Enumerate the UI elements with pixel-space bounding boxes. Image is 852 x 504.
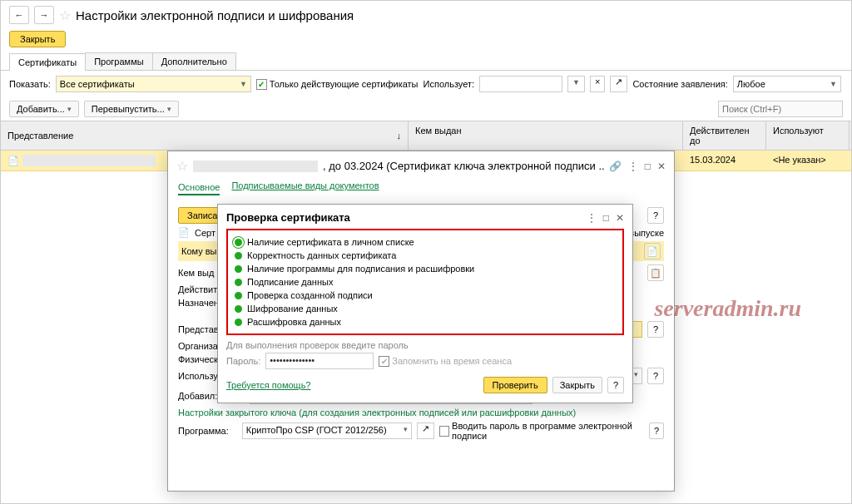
show-label: Показать: (9, 79, 51, 89)
uses-clear-button[interactable]: × (590, 76, 605, 92)
nav-forward-button[interactable]: → (34, 6, 54, 24)
tab-doc-types[interactable]: Подписываемые виды документов (231, 180, 379, 195)
uses-input[interactable] (479, 76, 562, 92)
more-icon[interactable]: ⋮ (628, 161, 638, 172)
favorite-star-icon[interactable]: ☆ (59, 7, 71, 23)
uses-dropdown-button[interactable]: ▼ (567, 76, 585, 92)
table-header: Представление↓ Кем выдан Действителен до… (1, 121, 851, 151)
check-dot-icon (235, 239, 242, 246)
nav-back-button[interactable]: ← (9, 6, 29, 24)
check-dot-icon (235, 292, 242, 299)
check-list: Наличие сертификата в личном списке Корр… (226, 229, 624, 335)
check-maximize-icon[interactable]: □ (603, 212, 609, 224)
watermark: serveradmin.ru (654, 295, 801, 322)
maximize-icon[interactable]: □ (645, 161, 651, 172)
issuer-action[interactable]: 📋 (647, 264, 664, 281)
check-close-icon[interactable]: ✕ (616, 212, 624, 224)
use-help[interactable]: ? (647, 368, 664, 384)
help-link[interactable]: Требуется помощь? (226, 380, 310, 390)
link-icon[interactable]: 🔗 (609, 161, 622, 172)
cert-icon: 📄 (7, 156, 19, 166)
close-button[interactable]: Закрыть (9, 31, 66, 47)
show-select[interactable]: Все сертификаты▼ (56, 76, 251, 92)
check-button[interactable]: Проверить (483, 377, 547, 393)
tab-additional[interactable]: Дополнительно (152, 52, 236, 70)
check-dialog-title: Проверка сертификата (226, 211, 350, 224)
check-more-icon[interactable]: ⋮ (587, 212, 597, 224)
check-certificate-dialog: Проверка сертификата ⋮ □ ✕ Наличие серти… (217, 204, 633, 403)
check-dot-icon (235, 252, 242, 259)
uses-label: Использует: (424, 79, 475, 89)
check-close-button[interactable]: Закрыть (552, 377, 602, 393)
enter-pwd-checkbox[interactable]: ✔ Вводить пароль в программе электронной… (439, 421, 644, 441)
uses-open-button[interactable]: ↗ (610, 76, 627, 92)
help-icon[interactable]: ? (647, 207, 664, 224)
state-label: Состояние заявления: (632, 79, 727, 89)
pwd-help[interactable]: ? (649, 422, 664, 439)
check-dot-icon (235, 319, 242, 326)
tab-main[interactable]: Основное (178, 180, 220, 195)
password-input[interactable]: •••••••••••••• (265, 353, 374, 369)
repr-help[interactable]: ? (647, 321, 664, 338)
page-title: Настройки электронной подписи и шифрован… (76, 8, 354, 22)
close-icon[interactable]: ✕ (657, 161, 666, 172)
valid-only-checkbox[interactable]: ✔ Только действующие сертификаты (256, 79, 419, 90)
dialog-star-icon[interactable]: ☆ (176, 158, 188, 174)
cert-icon: 📄 (178, 227, 190, 238)
footer-help-icon[interactable]: ? (607, 377, 624, 393)
tab-certificates[interactable]: Сертификаты (9, 53, 86, 71)
whom-action1[interactable]: 📄 (644, 243, 661, 259)
check-dot-icon (235, 305, 242, 313)
check-dot-icon (235, 265, 242, 273)
search-input[interactable] (718, 101, 843, 117)
tab-programs[interactable]: Программы (85, 52, 152, 70)
state-select[interactable]: Любое▼ (733, 76, 841, 92)
program-select[interactable]: КриптоПро CSP (ГОСТ 2012/256)▾ (242, 422, 413, 439)
key-settings-label: Настройки закрытого ключа (для создания … (178, 408, 576, 418)
check-dot-icon (235, 279, 242, 286)
program-open[interactable]: ↗ (417, 422, 434, 439)
add-button[interactable]: Добавить... ▾ (9, 101, 79, 117)
reissue-button[interactable]: Перевыпустить... ▾ (84, 101, 179, 117)
